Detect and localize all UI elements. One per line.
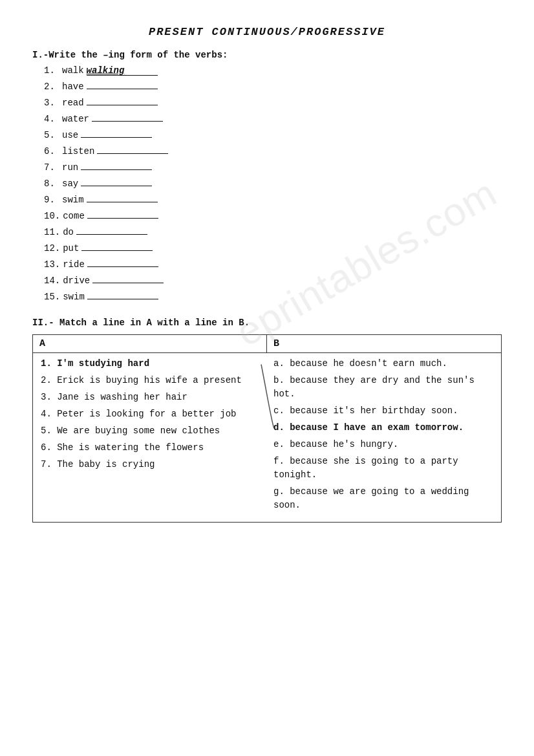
verb-word: water bbox=[62, 114, 89, 124]
verb-word: do bbox=[63, 227, 74, 237]
verb-word: drive bbox=[63, 275, 90, 286]
verb-word: listen bbox=[62, 146, 94, 157]
verb-answer[interactable] bbox=[87, 95, 158, 105]
verb-word: read bbox=[62, 98, 84, 108]
verb-item: 7.run bbox=[44, 160, 502, 173]
verb-answer[interactable] bbox=[81, 160, 152, 170]
verb-number: 9. bbox=[44, 195, 59, 205]
verb-item: 14.drive bbox=[44, 273, 502, 286]
verb-word: run bbox=[62, 162, 78, 173]
verb-number: 10. bbox=[44, 211, 60, 221]
verb-item: 10.come bbox=[44, 208, 502, 221]
match-item-b: g. because we are going to a wedding soo… bbox=[273, 485, 495, 512]
verb-answer[interactable] bbox=[92, 111, 163, 122]
verb-answer[interactable] bbox=[81, 127, 152, 138]
verb-word: come bbox=[63, 211, 85, 221]
match-item-a: 4. Peter is looking for a better job bbox=[41, 407, 261, 421]
match-item-b: b. because they are dry and the sun's ho… bbox=[273, 374, 495, 401]
verb-number: 8. bbox=[44, 178, 59, 189]
section2-heading: II.- Match a line in A with a line in B. bbox=[32, 318, 502, 328]
verb-word: use bbox=[62, 130, 78, 140]
verb-number: 7. bbox=[44, 162, 59, 173]
verb-word: put bbox=[63, 243, 79, 254]
verb-answer[interactable] bbox=[81, 241, 153, 251]
match-headers: A B bbox=[33, 335, 501, 353]
verb-word: say bbox=[62, 178, 78, 189]
verb-item: 12.put bbox=[44, 241, 502, 254]
verb-number: 1. bbox=[44, 65, 59, 76]
verb-answer[interactable] bbox=[87, 208, 158, 219]
match-col-b: a. because he doesn't earn much.b. becau… bbox=[267, 353, 501, 522]
verb-answer[interactable] bbox=[97, 144, 168, 154]
verb-answer[interactable] bbox=[87, 289, 158, 299]
verb-word: walk bbox=[62, 65, 84, 76]
verb-item: 9.swim bbox=[44, 192, 502, 205]
verb-number: 12. bbox=[44, 243, 60, 254]
verb-item: 13.ride bbox=[44, 257, 502, 270]
match-item-a: 2. Erick is buying his wife a present bbox=[41, 374, 261, 387]
verb-number: 15. bbox=[44, 292, 60, 302]
col-a-header: A bbox=[33, 335, 267, 352]
verb-item: 15.swim bbox=[44, 289, 502, 302]
verb-number: 14. bbox=[44, 275, 60, 286]
verb-number: 3. bbox=[44, 98, 59, 108]
verb-item: 3.read bbox=[44, 95, 502, 108]
match-container: A B 1. I'm studying hard2. Erick is buyi… bbox=[32, 334, 502, 523]
verb-answer[interactable] bbox=[87, 79, 158, 89]
verb-answer[interactable]: walking bbox=[87, 65, 158, 76]
match-cols: 1. I'm studying hard2. Erick is buying h… bbox=[33, 353, 501, 522]
verb-word: have bbox=[62, 81, 84, 92]
verb-word: swim bbox=[62, 195, 84, 205]
verb-item: 8.say bbox=[44, 176, 502, 189]
verb-list: 1.walkwalking2.have3.read4.water5.use6.l… bbox=[44, 65, 502, 302]
match-item-b: d. because I have an exam tomorrow. bbox=[273, 421, 495, 435]
verb-number: 4. bbox=[44, 114, 59, 124]
verb-word: swim bbox=[63, 292, 85, 302]
verb-item: 2.have bbox=[44, 79, 502, 92]
verb-answer[interactable] bbox=[81, 176, 152, 186]
verb-item: 5.use bbox=[44, 127, 502, 140]
verb-item: 6.listen bbox=[44, 144, 502, 157]
verb-answer[interactable] bbox=[87, 192, 158, 202]
section1-heading: I.-Write the –ing form of the verbs: bbox=[32, 50, 502, 60]
verb-answer[interactable] bbox=[92, 273, 164, 283]
match-item-a: 6. She is watering the flowers bbox=[41, 441, 261, 455]
match-item-b: f. because she is going to a party tonig… bbox=[273, 455, 495, 482]
verb-number: 2. bbox=[44, 81, 59, 92]
match-item-a: 1. I'm studying hard bbox=[41, 357, 261, 371]
match-col-a: 1. I'm studying hard2. Erick is buying h… bbox=[33, 353, 267, 522]
verb-answer[interactable] bbox=[87, 257, 158, 267]
page-title: PRESENT CONTINUOUS/PROGRESSIVE bbox=[32, 26, 502, 38]
match-item-b: e. because he's hungry. bbox=[273, 438, 495, 451]
verb-item: 4.water bbox=[44, 111, 502, 124]
match-item-a: 5. We are buying some new clothes bbox=[41, 424, 261, 438]
verb-number: 5. bbox=[44, 130, 59, 140]
verb-answer[interactable] bbox=[76, 224, 147, 235]
match-item-a: 7. The baby is crying bbox=[41, 458, 261, 471]
verb-word: ride bbox=[63, 259, 85, 270]
col-b-header: B bbox=[267, 335, 501, 352]
verb-item: 11.do bbox=[44, 224, 502, 237]
match-item-a: 3. Jane is washing her hair bbox=[41, 391, 261, 404]
verb-item: 1.walkwalking bbox=[44, 65, 502, 76]
verb-number: 11. bbox=[44, 227, 60, 237]
verb-number: 13. bbox=[44, 259, 60, 270]
match-item-b: c. because it's her birthday soon. bbox=[273, 404, 495, 418]
verb-number: 6. bbox=[44, 146, 59, 157]
match-item-b: a. because he doesn't earn much. bbox=[273, 357, 495, 371]
